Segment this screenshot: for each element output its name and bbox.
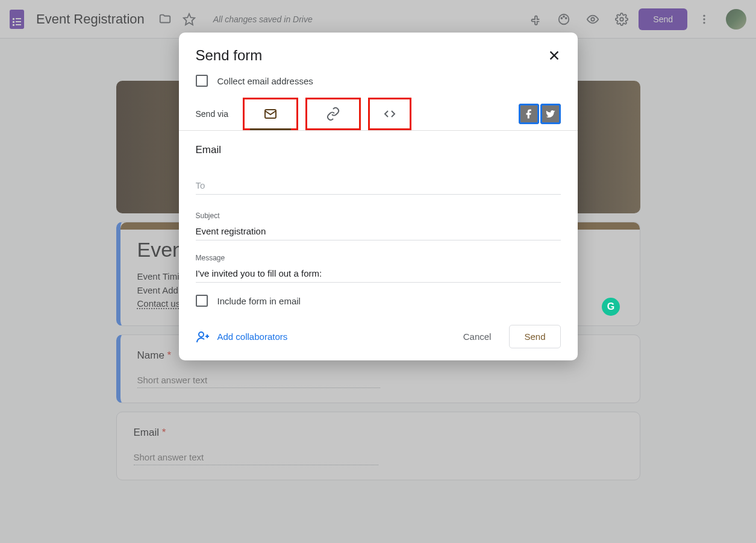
subject-field-group: Subject (179, 195, 578, 240)
twitter-share-icon[interactable] (540, 104, 561, 124)
include-form-row[interactable]: Include form in email (179, 283, 578, 310)
send-form-dialog: Send form Collect email addresses Send v… (179, 33, 578, 360)
email-section-title: Email (179, 131, 578, 156)
grammarly-icon[interactable]: G (602, 298, 620, 316)
message-field-group: Message (179, 240, 578, 283)
include-form-label: Include form in email (217, 296, 301, 306)
add-collaborators-label: Add collaborators (217, 331, 288, 342)
dialog-title: Send form (196, 47, 263, 64)
collect-emails-checkbox[interactable] (196, 75, 208, 87)
subject-input[interactable] (196, 222, 561, 240)
modal-overlay: Send form Collect email addresses Send v… (0, 0, 756, 543)
to-input[interactable] (196, 177, 561, 195)
cancel-button[interactable]: Cancel (452, 325, 502, 348)
message-input[interactable] (196, 265, 561, 283)
send-via-email-tab[interactable] (243, 98, 298, 130)
close-icon[interactable] (548, 49, 561, 62)
message-label: Message (196, 254, 561, 262)
collect-emails-label: Collect email addresses (217, 76, 313, 86)
add-collaborators-button[interactable]: Add collaborators (196, 330, 288, 344)
include-form-checkbox[interactable] (196, 295, 208, 307)
collect-emails-row[interactable]: Collect email addresses (179, 69, 578, 98)
send-dialog-button[interactable]: Send (509, 325, 560, 348)
send-via-link-tab[interactable] (305, 98, 361, 130)
subject-label: Subject (196, 212, 561, 220)
send-via-embed-tab[interactable] (368, 98, 411, 130)
to-field-group (179, 156, 578, 195)
svg-point-13 (199, 332, 204, 337)
send-via-tabs: Send via (179, 98, 578, 131)
send-via-label: Send via (196, 109, 228, 119)
facebook-share-icon[interactable] (519, 104, 539, 124)
